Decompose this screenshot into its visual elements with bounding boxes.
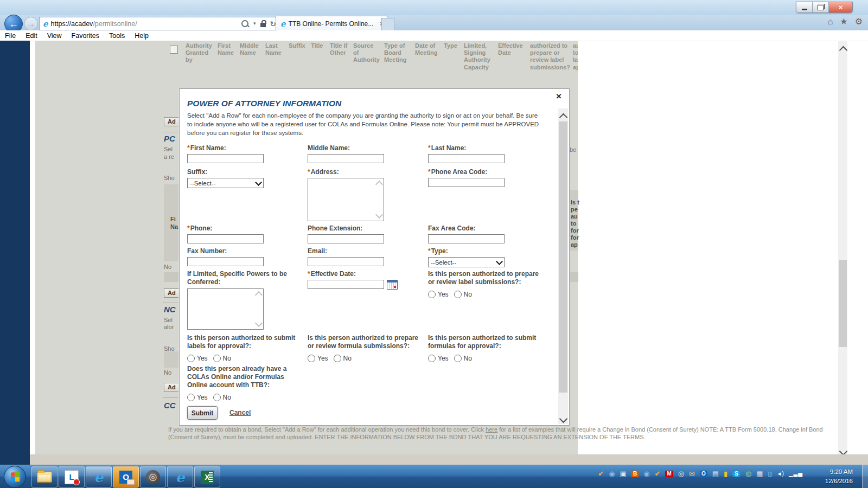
phone-input[interactable] [187, 234, 264, 243]
forward-button[interactable]: → [24, 17, 38, 31]
show-desktop-button[interactable] [862, 465, 868, 488]
scroll-up-icon[interactable] [839, 46, 848, 55]
select-all-checkbox[interactable] [170, 46, 178, 54]
radio-no[interactable]: No [213, 355, 231, 362]
radio-icon[interactable] [187, 394, 195, 401]
taskbar-clock[interactable]: 9:20 AM 12/6/2016 [809, 467, 853, 485]
radio-icon[interactable] [454, 355, 462, 362]
phone-area-code-input[interactable] [428, 178, 505, 187]
taskbar-app-button[interactable]: ◎ [140, 466, 166, 487]
calendar-icon[interactable] [387, 280, 398, 290]
tray-mcafee-icon[interactable]: M [665, 471, 673, 477]
radio-no[interactable]: No [454, 355, 472, 362]
first-name-input[interactable] [187, 154, 264, 163]
tray-vpn-icon[interactable]: ◍ [745, 470, 751, 477]
radio-yes[interactable]: Yes [187, 394, 208, 401]
radio-icon[interactable] [428, 291, 436, 298]
close-button[interactable]: × [829, 2, 852, 12]
scroll-down-icon[interactable] [559, 415, 568, 423]
tray-mail-icon[interactable]: ✉ [689, 470, 695, 477]
tray-network-icon[interactable]: ▁▃▅ [789, 471, 803, 477]
minimize-button[interactable] [796, 2, 813, 12]
radio-no[interactable]: No [454, 291, 472, 298]
limited-powers-textarea[interactable] [187, 288, 264, 330]
search-icon[interactable] [241, 20, 248, 27]
tray-outlook-icon[interactable]: O [700, 471, 707, 477]
browser-scrollbar-thumb[interactable] [839, 260, 847, 347]
tray-monitor-icon[interactable]: ▦ [756, 470, 763, 477]
taskbar-outlook-button[interactable]: O [113, 466, 139, 487]
chevron-down-icon[interactable] [375, 211, 383, 219]
tray-person-icon[interactable]: ◉ [643, 470, 649, 477]
taskbar-explorer-button[interactable] [31, 466, 58, 487]
tray-check-icon[interactable]: ✔ [598, 470, 604, 477]
menu-view[interactable]: View [42, 32, 67, 40]
tray-spiral-icon[interactable]: ◎ [678, 470, 684, 477]
taskbar-ie2-button[interactable]: e [167, 466, 193, 487]
url-text[interactable]: https://acadev/permitsonline/ [51, 20, 242, 28]
add-row-button[interactable]: Ad [164, 383, 180, 392]
home-icon[interactable]: ⌂ [828, 17, 833, 27]
email-input[interactable] [308, 257, 384, 266]
taskbar-excel-button[interactable]: X [194, 466, 220, 487]
favorites-star-icon[interactable]: ★ [840, 16, 847, 27]
browser-tab[interactable]: e TTB Online- Permits Online... × [276, 16, 387, 31]
tray-chat-icon[interactable]: ▣ [620, 470, 627, 477]
browser-scrollbar[interactable] [838, 41, 847, 454]
start-button[interactable] [4, 466, 26, 488]
tray-check-icon[interactable]: ✔ [654, 470, 660, 477]
menu-file[interactable]: File [0, 32, 21, 40]
modal-close-icon[interactable]: × [556, 92, 561, 101]
effective-date-input[interactable] [308, 280, 384, 289]
tray-display-icon[interactable]: ▤ [712, 470, 719, 477]
radio-yes[interactable]: Yes [428, 291, 449, 298]
submit-button[interactable]: Submit [187, 406, 218, 420]
taskbar-ie-button[interactable]: e [86, 466, 112, 487]
fax-number-input[interactable] [187, 257, 264, 266]
tray-person-icon[interactable]: ◉ [609, 470, 615, 477]
chevron-up-icon[interactable] [375, 181, 383, 188]
radio-yes[interactable]: Yes [308, 355, 328, 362]
restore-button[interactable] [813, 2, 829, 12]
phone-extension-input[interactable] [308, 234, 384, 243]
radio-icon[interactable] [213, 394, 221, 401]
radio-no[interactable]: No [334, 355, 352, 362]
fax-area-code-input[interactable] [428, 234, 505, 243]
new-tab-button[interactable] [381, 18, 394, 31]
type-select[interactable]: --Select-- [428, 257, 505, 267]
tray-skype-icon[interactable]: S [732, 471, 741, 477]
chevron-down-icon[interactable] [255, 319, 263, 327]
radio-no[interactable]: No [213, 394, 231, 401]
radio-yes[interactable]: Yes [428, 355, 449, 362]
menu-help[interactable]: Help [130, 32, 154, 40]
middle-name-input[interactable] [308, 154, 384, 163]
settings-gear-icon[interactable]: ⚙ [855, 16, 863, 27]
last-name-input[interactable] [428, 154, 505, 163]
radio-icon[interactable] [334, 355, 341, 362]
menu-tools[interactable]: Tools [104, 32, 130, 40]
radio-yes[interactable]: Yes [187, 355, 208, 362]
tray-battery-icon[interactable]: ▯ [768, 470, 772, 477]
radio-icon[interactable] [213, 355, 221, 362]
tray-volume-icon[interactable]: ◄) [777, 471, 784, 477]
add-row-button[interactable]: Ad [164, 288, 180, 298]
suffix-select[interactable]: --Select-- [187, 178, 264, 188]
radio-icon[interactable] [187, 355, 195, 362]
address-bar[interactable]: e https://acadev/permitsonline/ ▼ ↻ [39, 17, 279, 30]
radio-icon[interactable] [454, 291, 462, 298]
modal-scrollbar-thumb[interactable] [559, 121, 567, 393]
menu-edit[interactable]: Edit [21, 32, 42, 40]
menu-favorites[interactable]: Favorites [67, 32, 104, 40]
taskbar-lync-button[interactable]: L [59, 466, 85, 487]
bond-here-link[interactable]: here [486, 426, 497, 433]
add-row-button[interactable]: Ad [164, 117, 180, 126]
search-dropdown-icon[interactable]: ▼ [252, 21, 257, 26]
cancel-link[interactable]: Cancel [229, 409, 251, 416]
radio-icon[interactable] [308, 355, 315, 362]
chevron-up-icon[interactable] [255, 291, 263, 299]
address-textarea[interactable] [308, 178, 384, 221]
tray-b-app-icon[interactable]: B [631, 471, 639, 477]
scroll-up-icon[interactable] [559, 113, 568, 122]
radio-icon[interactable] [428, 355, 436, 362]
tray-lock-icon[interactable]: ▮ [724, 470, 727, 477]
